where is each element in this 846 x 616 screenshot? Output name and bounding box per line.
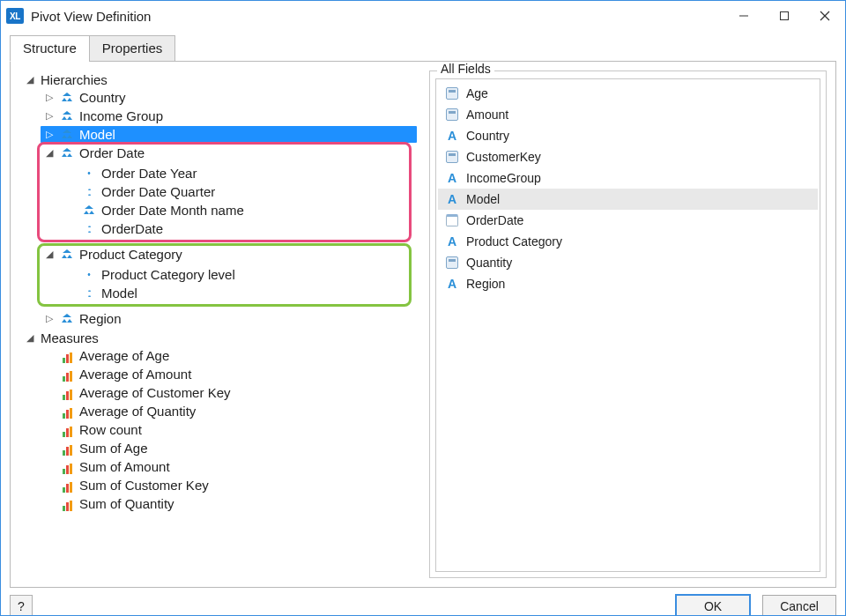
field-label: Amount (466, 108, 508, 122)
node-label: Region (79, 311, 122, 326)
field-label: CustomerKey (466, 150, 541, 164)
svg-marker-12 (67, 135, 72, 138)
text-field-icon: A (445, 171, 459, 185)
hierarchy-node[interactable]: ▷Model (41, 126, 417, 143)
level-icon: • (82, 268, 96, 282)
dialog-buttons: ? OK Cancel (1, 588, 845, 616)
measure-node[interactable]: Sum of Age (41, 440, 417, 456)
node-label: Model (101, 286, 137, 301)
numeric-field-icon (445, 150, 459, 164)
svg-marker-6 (67, 98, 72, 101)
svg-marker-24 (67, 319, 72, 323)
measure-node[interactable]: Average of Quantity (41, 403, 417, 419)
minimize-button[interactable] (724, 1, 764, 31)
measure-node[interactable]: Sum of Customer Key (41, 477, 417, 494)
field-item[interactable]: Amount (438, 104, 818, 125)
hierarchy-icon (82, 204, 96, 218)
svg-marker-18 (89, 211, 94, 214)
svg-marker-14 (62, 153, 67, 157)
measure-node[interactable]: Sum of Quantity (41, 495, 417, 512)
field-item[interactable]: ARegion (438, 273, 818, 294)
svg-marker-13 (63, 148, 71, 152)
node-label: Order Date Quarter (101, 184, 215, 199)
ok-button[interactable]: OK (676, 595, 750, 616)
field-label: Quantity (466, 256, 512, 270)
field-item[interactable]: Quantity (438, 252, 818, 273)
field-label: Age (466, 86, 488, 100)
field-item[interactable]: OrderDate (438, 210, 818, 231)
svg-marker-5 (62, 98, 67, 101)
field-item[interactable]: ACountry (438, 125, 818, 146)
field-item[interactable]: AModel (438, 189, 818, 210)
measure-icon (60, 423, 74, 437)
close-button[interactable] (805, 1, 845, 31)
app-icon: XL (6, 8, 24, 24)
level-node[interactable]: ••••Model (78, 285, 405, 301)
svg-marker-8 (62, 116, 67, 120)
node-label: Income Group (79, 108, 163, 123)
level-node[interactable]: Order Date Month name (78, 202, 405, 219)
window-title: Pivot View Definition (31, 9, 724, 24)
field-item[interactable]: AIncomeGroup (438, 167, 818, 189)
numeric-field-icon (445, 108, 459, 122)
node-label: Sum of Quantity (79, 496, 174, 511)
window-controls (724, 1, 845, 31)
field-item[interactable]: AProduct Category (438, 231, 818, 252)
field-label: IncomeGroup (466, 171, 541, 185)
tab-structure[interactable]: Structure (10, 35, 90, 62)
level-node[interactable]: ••••Order Date Quarter (78, 183, 405, 200)
hierarchy-node[interactable]: ▷Region (41, 310, 417, 327)
node-label: Average of Customer Key (79, 385, 230, 400)
svg-marker-7 (63, 111, 71, 115)
level-icon: •••• (82, 185, 96, 199)
tab-panel: ◢Hierarchies▷Country▷Income Group▷Model◢… (10, 61, 836, 588)
node-label: Average of Age (79, 348, 169, 363)
field-label: Region (466, 277, 505, 291)
caret-down-icon: ◢ (25, 332, 35, 344)
svg-rect-1 (781, 12, 789, 20)
level-node[interactable]: ••••OrderDate (78, 220, 405, 237)
node-label: Average of Amount (79, 367, 191, 382)
measure-node[interactable]: Average of Amount (41, 366, 417, 382)
numeric-field-icon (445, 86, 459, 100)
hierarchy-node[interactable]: ▷Income Group (41, 108, 417, 124)
measure-icon (60, 479, 74, 493)
measures-node[interactable]: ◢Measures (21, 330, 417, 346)
measure-node[interactable]: Row count (41, 421, 417, 438)
measure-node[interactable]: Average of Customer Key (41, 384, 417, 401)
measure-icon (60, 460, 74, 474)
all-fields-list[interactable]: AgeAmountACountryCustomerKeyAIncomeGroup… (435, 78, 820, 572)
hierarchies-node[interactable]: ◢Hierarchies (21, 71, 417, 88)
level-icon: •••• (82, 222, 96, 236)
field-label: Product Category (466, 234, 562, 249)
caret-right-icon: ▷ (44, 313, 55, 324)
tab-properties[interactable]: Properties (89, 35, 175, 62)
node-label: Country (79, 90, 126, 105)
hierarchy-icon (60, 91, 74, 105)
measure-icon (60, 367, 74, 382)
caret-down-icon: ◢ (44, 249, 55, 260)
level-node[interactable]: •Order Date Year (78, 165, 405, 182)
measure-node[interactable]: Average of Age (41, 347, 417, 364)
node-label: Average of Quantity (79, 404, 196, 419)
measure-icon (60, 497, 74, 511)
measure-node[interactable]: Sum of Amount (41, 458, 417, 475)
all-fields-panel: All Fields AgeAmountACountryCustomerKeyA… (429, 71, 827, 578)
maximize-button[interactable] (764, 1, 805, 31)
help-button[interactable]: ? (10, 595, 33, 616)
field-label: Country (466, 129, 509, 143)
hierarchy-icon (60, 109, 74, 123)
cancel-button[interactable]: Cancel (762, 595, 836, 616)
svg-marker-16 (85, 205, 93, 209)
measure-icon (60, 442, 74, 456)
field-item[interactable]: Age (438, 83, 818, 104)
hierarchy-icon (60, 248, 74, 262)
hierarchy-node[interactable]: ▷Country (41, 89, 417, 106)
level-node[interactable]: •Product Category level (78, 266, 405, 283)
svg-marker-22 (63, 314, 71, 317)
text-field-icon: A (445, 234, 459, 249)
svg-marker-21 (67, 255, 72, 258)
svg-marker-10 (63, 130, 71, 133)
structure-tree: ◢Hierarchies▷Country▷Income Group▷Model◢… (19, 71, 417, 578)
field-item[interactable]: CustomerKey (438, 146, 818, 167)
